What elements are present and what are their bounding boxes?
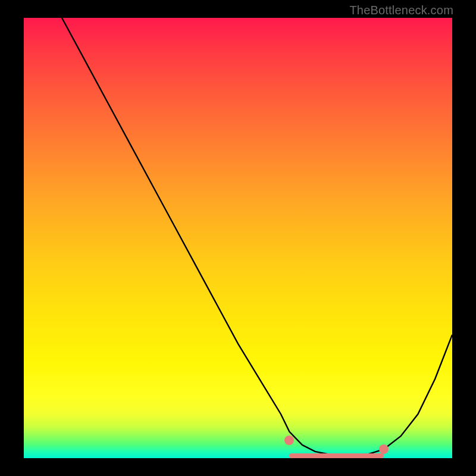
curve-marker xyxy=(284,436,294,445)
optimal-range-band xyxy=(289,453,383,458)
chart-plot-area xyxy=(24,18,452,458)
bottleneck-curve xyxy=(24,18,452,458)
attribution-label: TheBottleneck.com xyxy=(349,4,453,17)
